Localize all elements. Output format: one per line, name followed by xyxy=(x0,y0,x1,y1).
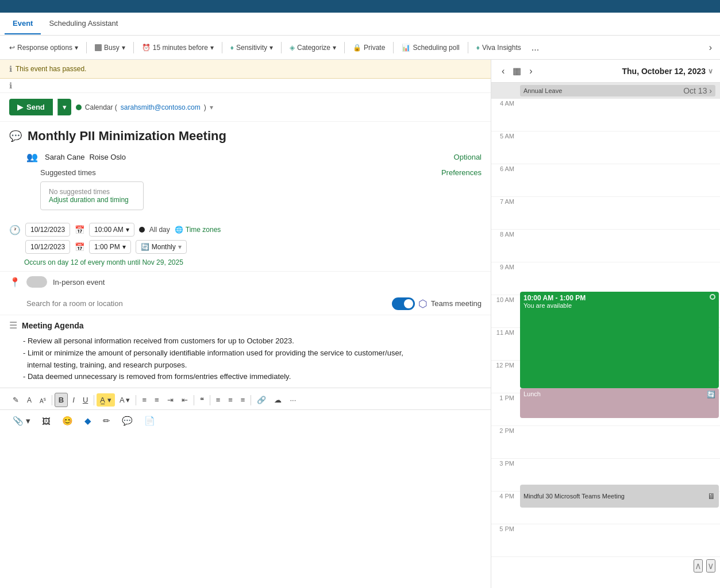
underline-btn[interactable]: U xyxy=(79,393,91,407)
scroll-down-btn[interactable]: ∨ xyxy=(706,559,715,572)
all-day-banner: Annual Leave Oct 13 › xyxy=(491,83,720,99)
response-options-btn[interactable]: ↩ Response options ▾ xyxy=(5,41,83,54)
info-icon: ℹ xyxy=(9,64,12,74)
private-btn[interactable]: 🔒 Private xyxy=(348,41,390,54)
emoji-btn[interactable]: 😊 xyxy=(59,413,76,428)
recur-icon: 🔄 xyxy=(141,243,149,251)
timezone-link[interactable]: 🌐 Time zones xyxy=(175,226,221,234)
attendees-row: 👥 Sarah Cane Roise Oslo Optional xyxy=(26,152,482,163)
chevron-icon: ▾ xyxy=(269,44,273,52)
event-title-area: 💬 xyxy=(0,122,491,148)
reminder-btn[interactable]: ⏰ 15 minutes before ▾ xyxy=(137,41,218,54)
loop-btn[interactable]: 💬 xyxy=(118,413,136,428)
preferences-link[interactable]: Preferences xyxy=(441,168,482,177)
lunch-event-block[interactable]: Lunch 🔄 xyxy=(520,388,719,418)
time-grid: 4 AM 5 AM 6 AM 7 AM 8 AM xyxy=(491,99,720,557)
editor-attach-bar: 📎 ▾ 🖼 😊 ◆ ✏ 💬 📄 xyxy=(0,409,491,432)
top-bar xyxy=(0,0,720,13)
outdent-btn[interactable]: ⇤ xyxy=(178,393,191,407)
more-format-btn[interactable]: ··· xyxy=(286,393,299,407)
send-button[interactable]: ▶ Send xyxy=(9,99,53,115)
draw-btn[interactable]: ✏ xyxy=(99,413,114,428)
font-color-btn[interactable]: A ▾ xyxy=(116,393,134,407)
indent-btn[interactable]: ⇥ xyxy=(164,393,177,407)
adjust-link[interactable]: Adjust duration and timing xyxy=(49,196,135,204)
end-time-input[interactable]: 1:00 PM ▾ xyxy=(89,240,131,254)
teams-label: Teams meeting xyxy=(431,299,482,308)
calendar-chevron-icon[interactable]: ▾ xyxy=(210,103,213,111)
mindful-event-block[interactable]: Mindful 30 Microsoft Teams Meeting 🖥 xyxy=(520,485,719,508)
form-btn[interactable]: 📄 xyxy=(141,413,159,428)
event-title-input[interactable] xyxy=(28,129,482,144)
attendee-0[interactable]: Sarah Cane xyxy=(45,153,84,161)
send-dropdown-btn[interactable]: ▾ xyxy=(57,99,71,115)
align-left-btn[interactable]: ≡ xyxy=(138,393,150,407)
optional-link[interactable]: Optional xyxy=(454,153,482,161)
tab-event[interactable]: Event xyxy=(5,13,41,34)
start-time-input[interactable]: 10:00 AM ▾ xyxy=(89,223,134,237)
time-chevron-icon-2: ▾ xyxy=(122,243,126,251)
categorize-btn[interactable]: ◈ Categorize ▾ xyxy=(285,41,341,54)
font-size-btn[interactable]: A xyxy=(24,394,35,407)
recurrence-btn[interactable]: 🔄 Monthly ▾ xyxy=(136,240,187,254)
bullets-btn[interactable]: ≡ xyxy=(151,393,163,407)
cal-prev-btn[interactable]: ‹ xyxy=(498,65,508,78)
busy-btn[interactable]: Busy ▾ xyxy=(90,41,130,54)
time-col-7am xyxy=(519,197,720,229)
end-date-input[interactable]: 10/12/2023 xyxy=(25,240,70,254)
highlight-btn[interactable]: A̲ ▾ xyxy=(97,393,115,407)
time-label-11am: 11 AM xyxy=(491,328,519,336)
highlight2-btn[interactable]: ◆ xyxy=(81,413,95,428)
separator xyxy=(194,395,194,405)
format-clear-btn[interactable]: ✎ xyxy=(9,393,22,407)
align-center-btn[interactable]: ≡ xyxy=(225,393,236,407)
attendees-area: 👥 Sarah Cane Roise Oslo Optional Suggest… xyxy=(0,148,491,218)
italic-btn[interactable]: I xyxy=(69,393,78,407)
separator xyxy=(86,42,87,53)
scheduling-poll-btn[interactable]: 📊 Scheduling poll xyxy=(397,41,464,54)
inperson-toggle[interactable] xyxy=(26,276,47,288)
teams-toggle-track[interactable] xyxy=(392,297,415,310)
calendar-icon[interactable]: 📅 xyxy=(75,225,84,234)
tab-scheduling-assistant[interactable]: Scheduling Assistant xyxy=(41,13,126,34)
time-col-8am xyxy=(519,230,720,262)
calendar-date-title[interactable]: Thu, October 12, 2023 ∨ xyxy=(622,67,714,76)
separator xyxy=(210,395,210,405)
editor-toolbar: ✎ A As B I U A̲ ▾ A ▾ ≡ ≡ ⇥ ⇤ ❝ ≡ ≡ ≡ 🔗 … xyxy=(0,388,491,409)
more-options-btn[interactable]: ... xyxy=(528,40,542,55)
time-label-7am: 7 AM xyxy=(491,197,519,205)
font-size-small-btn[interactable]: As xyxy=(36,394,49,407)
time-row-7am: 7 AM xyxy=(491,197,720,230)
time-label-12pm: 12 PM xyxy=(491,361,519,369)
suggested-header: Suggested times Preferences xyxy=(40,168,482,177)
attach-file-btn[interactable]: 📎 ▾ xyxy=(9,413,34,428)
sensitivity-btn[interactable]: ♦ Sensitivity ▾ xyxy=(226,41,278,54)
time-row-2pm: 2 PM xyxy=(491,426,720,459)
all-day-event[interactable]: Annual Leave Oct 13 › xyxy=(520,85,715,96)
viva-insights-btn[interactable]: ♦ Viva Insights xyxy=(472,41,526,54)
link-btn[interactable]: 🔗 xyxy=(253,393,269,407)
all-day-arrow-icon[interactable]: Oct 13 › xyxy=(683,86,712,95)
scroll-up-btn[interactable]: ∧ xyxy=(694,559,703,572)
event-info-bar2: ℹ xyxy=(0,79,491,93)
image-btn[interactable]: 🖼 xyxy=(38,414,54,428)
sensitivity2-btn[interactable]: ☁ xyxy=(271,393,285,407)
lunch-label: Lunch xyxy=(523,390,541,397)
align-right-btn[interactable]: ≡ xyxy=(237,393,249,407)
end-datetime-row: 🕐 10/12/2023 📅 1:00 PM ▾ 🔄 Monthly ▾ xyxy=(9,240,482,254)
quote-btn[interactable]: ❝ xyxy=(197,393,207,407)
expand-btn[interactable]: › xyxy=(706,40,715,55)
start-date-input[interactable]: 10/12/2023 xyxy=(25,223,70,237)
location-search-input[interactable] xyxy=(26,297,386,310)
teams-toggle-thumb xyxy=(404,299,413,308)
main-event-block[interactable]: 10:00 AM - 1:00 PM You are available xyxy=(520,292,719,388)
cal-grid-btn[interactable]: ▦ xyxy=(510,64,523,78)
cal-next-btn[interactable]: › xyxy=(526,65,536,78)
calendar-icon-2[interactable]: 📅 xyxy=(75,242,84,252)
attendee-1[interactable]: Roise Oslo xyxy=(89,153,126,161)
categorize-icon: ◈ xyxy=(290,44,295,52)
align-left2-btn[interactable]: ≡ xyxy=(213,393,224,407)
toggle-track[interactable] xyxy=(26,276,47,288)
body-content[interactable]: - Review all personal information receiv… xyxy=(9,335,482,383)
bold-btn[interactable]: B xyxy=(55,393,68,407)
